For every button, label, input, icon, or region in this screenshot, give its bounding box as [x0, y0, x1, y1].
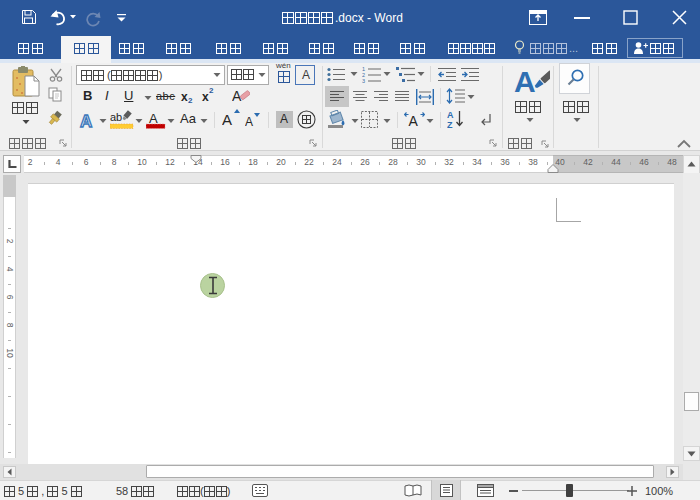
svg-text:Z: Z — [447, 120, 453, 129]
svg-text:A: A — [80, 112, 92, 129]
svg-text:A: A — [447, 110, 454, 120]
svg-text:A: A — [409, 113, 419, 128]
svg-text:A: A — [222, 111, 232, 128]
svg-text:A: A — [149, 111, 158, 126]
svg-text:A: A — [245, 115, 253, 128]
svg-text:ab: ab — [110, 111, 122, 123]
svg-text:A: A — [514, 65, 536, 98]
svg-text:3: 3 — [362, 78, 365, 83]
